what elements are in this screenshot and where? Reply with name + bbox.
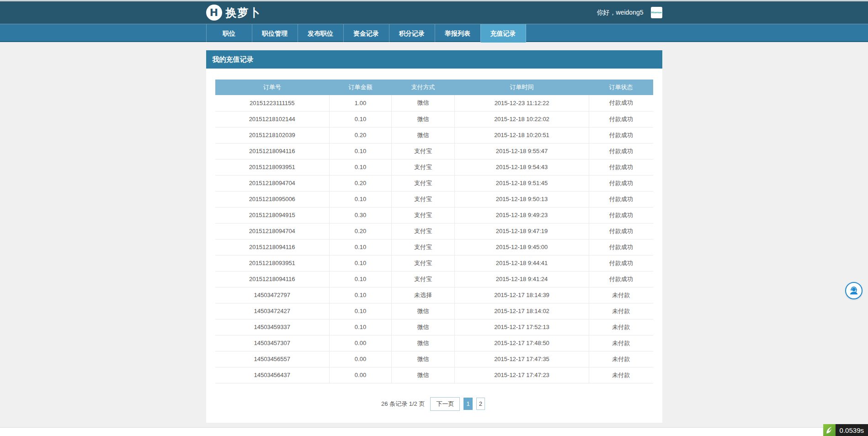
records-summary: 26 条记录 1/2 页	[381, 400, 425, 408]
table-cell: 20151218102039	[215, 127, 330, 143]
nav-tab-5[interactable]: 积分记录	[389, 24, 435, 43]
table-cell: 2015-12-18 9:50:13	[455, 191, 589, 207]
table-cell: 付款成功	[589, 111, 653, 127]
table-header-row: 订单号订单金额支付方式订单时间订单状态	[215, 80, 653, 95]
table-cell: 付款成功	[589, 143, 653, 159]
table-cell: 14503457307	[215, 335, 330, 351]
table-cell: 支付宝	[392, 191, 455, 207]
table-cell: 支付宝	[392, 159, 455, 175]
logo-h-icon: H	[206, 5, 222, 21]
table-cell: 未付款	[589, 351, 653, 367]
pagination: 26 条记录 1/2 页 下一页 12	[215, 397, 653, 411]
nav-tab-1[interactable]: 职位	[206, 24, 252, 43]
site-header: H 换萝卜 你好，weidong5 Hisense	[0, 1, 868, 24]
table-row: 201512181020390.20微信2015-12-18 10:20:51付…	[215, 127, 653, 143]
table-cell: 0.10	[330, 143, 392, 159]
table-cell: 支付宝	[392, 175, 455, 191]
customer-service-button[interactable]	[845, 282, 863, 299]
column-header: 订单号	[215, 80, 330, 95]
column-header: 订单金额	[330, 80, 392, 95]
table-cell: 支付宝	[392, 207, 455, 223]
table-cell: 微信	[392, 95, 455, 111]
table-row: 201512231111551.00微信2015-12-23 11:12:22付…	[215, 95, 653, 111]
table-cell: 0.10	[330, 111, 392, 127]
table-cell: 付款成功	[589, 159, 653, 175]
table-cell: 20151218094116	[215, 239, 330, 255]
table-cell: 0.00	[330, 367, 392, 383]
headset-person-icon	[849, 286, 859, 296]
table-cell: 20151218094116	[215, 271, 330, 287]
table-cell: 0.00	[330, 335, 392, 351]
nav-tab-7[interactable]: 充值记录	[480, 24, 526, 43]
table-cell: 2015-12-17 17:48:50	[455, 335, 589, 351]
table-row: 145034593370.10微信2015-12-17 17:52:13未付款	[215, 319, 653, 335]
table-cell: 0.10	[330, 287, 392, 303]
table-row: 201512180949150.30支付宝2015-12-18 9:49:23付…	[215, 207, 653, 223]
load-time-badge: 0.0539s	[836, 424, 868, 436]
page-number-1[interactable]: 1	[463, 398, 472, 410]
table-cell: 20151218095006	[215, 191, 330, 207]
panel-body: 订单号订单金额支付方式订单时间订单状态 201512231111551.00微信…	[206, 69, 662, 423]
table-cell: 0.10	[330, 239, 392, 255]
table-cell: 0.10	[330, 319, 392, 335]
table-cell: 微信	[392, 111, 455, 127]
table-cell: 支付宝	[392, 239, 455, 255]
table-cell: 2015-12-18 9:49:23	[455, 207, 589, 223]
table-cell: 2015-12-17 17:47:23	[455, 367, 589, 383]
column-header: 订单状态	[589, 80, 653, 95]
nav-tab-3[interactable]: 发布职位	[298, 24, 343, 43]
table-cell: 0.10	[330, 271, 392, 287]
table-cell: 0.10	[330, 191, 392, 207]
table-cell: 2015-12-17 17:47:35	[455, 351, 589, 367]
table-cell: 付款成功	[589, 207, 653, 223]
panel-title: 我的充值记录	[206, 50, 662, 69]
table-cell: 2015-12-18 10:20:51	[455, 127, 589, 143]
table-row: 201512180939510.10支付宝2015-12-18 9:54:43付…	[215, 159, 653, 175]
next-page-button[interactable]: 下一页	[430, 397, 460, 411]
table-cell: 20151218094704	[215, 175, 330, 191]
page-number-2[interactable]: 2	[476, 398, 485, 410]
thinkphp-logo-icon[interactable]	[823, 424, 836, 436]
table-row: 201512180941160.10支付宝2015-12-18 9:41:24付…	[215, 271, 653, 287]
table-cell: 付款成功	[589, 127, 653, 143]
table-cell: 20151218094915	[215, 207, 330, 223]
hisense-badge-icon[interactable]: Hisense	[651, 7, 662, 18]
table-cell: 未付款	[589, 287, 653, 303]
column-header: 支付方式	[392, 80, 455, 95]
table-cell: 0.00	[330, 351, 392, 367]
table-cell: 2015-12-18 9:41:24	[455, 271, 589, 287]
footer-strip	[0, 427, 868, 436]
table-cell: 付款成功	[589, 95, 653, 111]
table-cell: 20151218094116	[215, 143, 330, 159]
table-cell: 微信	[392, 351, 455, 367]
nav-tab-6[interactable]: 举报列表	[435, 24, 480, 43]
table-row: 145034724270.10微信2015-12-17 18:14:02未付款	[215, 303, 653, 319]
table-cell: 支付宝	[392, 223, 455, 239]
table-cell: 未付款	[589, 303, 653, 319]
table-row: 145034727970.10未选择2015-12-17 18:14:39未付款	[215, 287, 653, 303]
table-cell: 2015-12-17 18:14:39	[455, 287, 589, 303]
recharge-records-table: 订单号订单金额支付方式订单时间订单状态 201512231111551.00微信…	[215, 80, 653, 383]
table-cell: 0.10	[330, 255, 392, 271]
table-row: 201512180950060.10支付宝2015-12-18 9:50:13付…	[215, 191, 653, 207]
table-cell: 0.20	[330, 223, 392, 239]
nav-tab-2[interactable]: 职位管理	[252, 24, 298, 43]
table-cell: 未付款	[589, 367, 653, 383]
table-row: 201512180939510.10支付宝2015-12-18 9:44:41付…	[215, 255, 653, 271]
table-cell: 未选择	[392, 287, 455, 303]
table-cell: 2015-12-17 18:14:02	[455, 303, 589, 319]
table-cell: 2015-12-17 17:52:13	[455, 319, 589, 335]
site-logo[interactable]: H 换萝卜	[206, 5, 261, 21]
table-cell: 微信	[392, 367, 455, 383]
table-cell: 支付宝	[392, 143, 455, 159]
table-row: 201512180941160.10支付宝2015-12-18 9:45:00付…	[215, 239, 653, 255]
table-row: 201512180947040.20支付宝2015-12-18 9:47:19付…	[215, 223, 653, 239]
table-cell: 微信	[392, 335, 455, 351]
table-row: 145034565570.00微信2015-12-17 17:47:35未付款	[215, 351, 653, 367]
table-cell: 付款成功	[589, 271, 653, 287]
table-cell: 付款成功	[589, 255, 653, 271]
nav-tab-4[interactable]: 资金记录	[343, 24, 389, 43]
table-cell: 2015-12-18 9:55:47	[455, 143, 589, 159]
table-cell: 2015-12-18 9:51:45	[455, 175, 589, 191]
table-cell: 支付宝	[392, 271, 455, 287]
